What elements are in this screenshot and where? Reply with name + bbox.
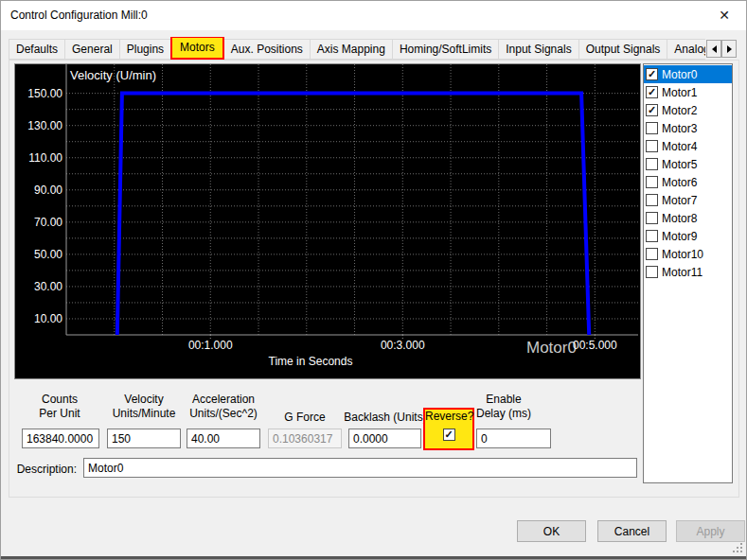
motor-item-label: Motor1 [662, 86, 697, 99]
counts-per-unit-label: CountsPer Unit [12, 393, 107, 421]
motor-list-item-motor9[interactable]: Motor9 [644, 227, 732, 245]
acceleration-units-label: AccelerationUnits/(Sec^2) [177, 393, 270, 421]
motor-item-label: Motor4 [662, 140, 697, 153]
tab-analog-input-signals[interactable]: Analog Input Signals [667, 39, 705, 60]
tab-input-signals[interactable]: Input Signals [498, 39, 578, 60]
reverse-highlight-box: Reverse? ✓ [423, 408, 474, 450]
reverse-label: Reverse? [425, 410, 472, 424]
backlash-label: Backlash (Units) [339, 411, 432, 425]
motor-list-item-motor6[interactable]: Motor6 [644, 173, 732, 191]
chart-title: Velocity (U/min) [70, 68, 156, 82]
description-input[interactable] [83, 458, 637, 478]
velocity-plot [15, 64, 640, 378]
g-force-label: G Force [258, 411, 351, 425]
ok-button[interactable]: OK [517, 520, 586, 542]
x-tick-label: 00:5.000 [552, 339, 637, 352]
y-tick-label: 50.00 [15, 248, 62, 261]
unchecked-checkbox-icon[interactable] [646, 140, 658, 152]
motor-list-item-motor11[interactable]: Motor11 [644, 263, 732, 281]
motor-listbox[interactable]: ✓Motor0✓Motor1✓Motor2Motor3Motor4Motor5M… [643, 63, 733, 483]
motor-list-item-motor10[interactable]: Motor10 [644, 245, 732, 263]
apply-button[interactable]: Apply [676, 520, 745, 542]
velocity-chart: Velocity (U/min) Time in Seconds Motor0 … [14, 63, 641, 379]
velocity-input[interactable] [107, 429, 181, 448]
unchecked-checkbox-icon[interactable] [646, 194, 658, 206]
resize-grip[interactable] [733, 543, 735, 545]
y-tick-label: 130.00 [15, 119, 62, 132]
tab-homing-softlimits[interactable]: Homing/SoftLimits [392, 39, 499, 60]
tab-axis-mapping[interactable]: Axis Mapping [310, 39, 393, 60]
x-tick-label: 00:3.000 [360, 339, 445, 352]
y-tick-label: 150.00 [15, 87, 62, 100]
checked-checkbox-icon[interactable]: ✓ [646, 68, 658, 80]
motor-item-label: Motor9 [662, 230, 697, 243]
window-bottom-edge [1, 556, 746, 560]
checked-checkbox-icon[interactable]: ✓ [646, 86, 658, 98]
motor-list-item-motor0[interactable]: ✓Motor0 [644, 65, 732, 83]
motor-list-item-motor2[interactable]: ✓Motor2 [644, 101, 732, 119]
motor-item-label: Motor5 [662, 158, 697, 171]
tab-aux-positions[interactable]: Aux. Positions [223, 39, 311, 60]
motor-list-item-motor3[interactable]: Motor3 [644, 119, 732, 137]
tab-scroll-left-button[interactable] [706, 40, 721, 58]
y-tick-label: 30.00 [15, 280, 62, 293]
motor-list-item-motor7[interactable]: Motor7 [644, 191, 732, 209]
motor-list-item-motor1[interactable]: ✓Motor1 [644, 83, 732, 101]
unchecked-checkbox-icon[interactable] [646, 266, 658, 278]
tab-strip: DefaultsGeneralPluginsMotorsAux. Positio… [9, 37, 705, 60]
left-arrow-icon [712, 45, 717, 53]
unchecked-checkbox-icon[interactable] [646, 176, 658, 188]
close-icon: ✕ [719, 8, 730, 23]
right-arrow-icon [727, 45, 732, 53]
checked-checkbox-icon[interactable]: ✓ [646, 104, 658, 116]
title-bar: Control Configuration Mill:0 ✕ [1, 1, 746, 30]
y-tick-label: 10.00 [15, 312, 62, 325]
description-label: Description: [10, 463, 77, 476]
tab-general[interactable]: General [64, 39, 120, 60]
x-axis-title: Time in Seconds [216, 355, 405, 368]
motor-item-label: Motor2 [662, 104, 697, 117]
tab-output-signals[interactable]: Output Signals [578, 39, 668, 60]
counts-per-unit-input[interactable] [22, 429, 99, 448]
motor-item-label: Motor0 [662, 68, 697, 81]
motor-list-item-motor4[interactable]: Motor4 [644, 137, 732, 155]
unchecked-checkbox-icon[interactable] [646, 122, 658, 134]
acceleration-input[interactable] [187, 429, 260, 448]
motor-item-label: Motor7 [662, 194, 697, 207]
unchecked-checkbox-icon[interactable] [646, 230, 658, 242]
motor-list-item-motor5[interactable]: Motor5 [644, 155, 732, 173]
tab-scroll-right-button[interactable] [721, 40, 737, 58]
tab-motors[interactable]: Motors [170, 37, 224, 60]
y-tick-label: 90.00 [15, 184, 62, 197]
backlash-input[interactable] [348, 429, 421, 448]
y-tick-label: 70.00 [15, 216, 62, 229]
tab-plugins[interactable]: Plugins [119, 39, 171, 60]
cancel-button[interactable]: Cancel [597, 520, 667, 542]
motor-item-label: Motor6 [662, 176, 697, 189]
y-tick-label: 110.00 [15, 151, 62, 165]
motor-item-label: Motor8 [662, 212, 697, 225]
motor-list-item-motor8[interactable]: Motor8 [644, 209, 732, 227]
control-configuration-dialog: Control Configuration Mill:0 ✕ DefaultsG… [0, 0, 747, 560]
unchecked-checkbox-icon[interactable] [646, 248, 658, 260]
tab-defaults[interactable]: Defaults [9, 39, 65, 60]
motor-item-label: Motor3 [662, 122, 697, 135]
enable-delay-input[interactable] [476, 429, 551, 448]
unchecked-checkbox-icon[interactable] [646, 212, 658, 224]
motor-item-label: Motor11 [662, 266, 703, 279]
window-title: Control Configuration Mill:0 [10, 9, 148, 22]
g-force-input [268, 429, 342, 448]
reverse-checkbox[interactable]: ✓ [443, 429, 455, 441]
motor-item-label: Motor10 [662, 248, 703, 261]
close-button[interactable]: ✕ [703, 1, 746, 29]
x-tick-label: 00:1.000 [168, 339, 253, 352]
unchecked-checkbox-icon[interactable] [646, 158, 658, 170]
